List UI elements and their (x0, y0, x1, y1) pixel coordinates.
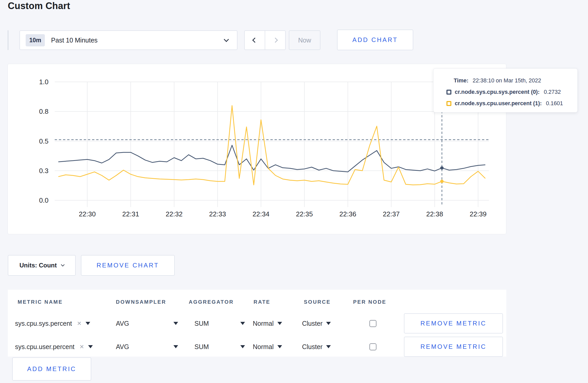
tooltip-user-value: 0.1601 (546, 100, 563, 107)
source-value: Cluster (302, 320, 323, 327)
metrics-table: METRIC NAME DOWNSAMPLER AGGREGATOR RATE … (8, 290, 506, 357)
chart-tooltip: Time: 22:38:10 on Mar 15th, 2022 cr.node… (433, 68, 578, 112)
metric-name-select[interactable]: sys.cpu.sys.percent × (15, 312, 90, 335)
svg-text:22:31: 22:31 (122, 210, 139, 218)
tooltip-user-name: cr.node.sys.cpu.user.percent (1): (455, 100, 542, 107)
cpu-line-chart[interactable]: 0.00.30.50.81.022:3022:3122:3222:3322:34… (8, 64, 507, 235)
page-title: Custom Chart (8, 1, 70, 11)
col-header-metric-name: METRIC NAME (18, 299, 63, 305)
metric-row: sys.cpu.sys.percent × AVG SUM Normal Clu… (8, 312, 506, 335)
svg-text:22:34: 22:34 (253, 210, 269, 218)
metric-name-value: sys.cpu.sys.percent (15, 320, 72, 327)
col-header-per-node: PER NODE (353, 299, 386, 305)
dropdown-arrow-icon (173, 322, 178, 325)
tooltip-series-row: cr.node.sys.cpu.sys.percent (0): 0.2732 (446, 86, 577, 98)
source-select[interactable]: Cluster (302, 335, 331, 358)
col-header-rate: RATE (254, 299, 270, 305)
tooltip-sys-value: 0.2732 (544, 89, 561, 95)
svg-text:22:38: 22:38 (426, 210, 443, 218)
rate-select[interactable]: Normal (253, 312, 282, 335)
col-header-source: SOURCE (304, 299, 331, 305)
col-header-downsampler: DOWNSAMPLER (116, 299, 166, 305)
clear-metric-icon[interactable]: × (80, 343, 84, 350)
time-range-label: Past 10 Minutes (51, 37, 97, 44)
tooltip-series-row: cr.node.sys.cpu.user.percent (1): 0.1601 (446, 98, 577, 109)
remove-metric-button[interactable]: REMOVE METRIC (404, 313, 503, 334)
dropdown-arrow-icon (277, 322, 282, 325)
svg-text:22:39: 22:39 (470, 210, 487, 218)
dropdown-arrow-icon (326, 322, 331, 325)
chart-card: 0.00.30.50.81.022:3022:3122:3222:3322:34… (8, 64, 506, 234)
aggregator-select[interactable]: SUM (194, 335, 245, 358)
aggregator-value: SUM (194, 320, 209, 327)
tooltip-time-row: Time: 22:38:10 on Mar 15th, 2022 (446, 75, 577, 86)
dropdown-arrow-icon (88, 345, 93, 348)
rate-select[interactable]: Normal (253, 335, 282, 358)
toolbar-divider (8, 30, 8, 50)
units-label: Units: Count (19, 262, 57, 269)
time-nav-group (244, 30, 286, 50)
time-range-badge: 10m (26, 34, 45, 46)
chevron-left-icon (252, 38, 257, 43)
svg-text:22:36: 22:36 (339, 210, 356, 218)
svg-text:22:35: 22:35 (296, 210, 313, 218)
remove-chart-button[interactable]: REMOVE CHART (81, 255, 175, 276)
clear-metric-icon[interactable]: × (77, 320, 81, 327)
dropdown-arrow-icon (86, 322, 90, 325)
time-forward-button[interactable] (265, 31, 285, 49)
add-metric-button[interactable]: ADD METRIC (12, 357, 91, 381)
time-range-dropdown[interactable]: 10m Past 10 Minutes (19, 30, 237, 50)
dropdown-arrow-icon (240, 345, 245, 348)
chevron-down-icon (224, 37, 229, 42)
metric-name-value: sys.cpu.user.percent (15, 343, 74, 351)
downsampler-select[interactable]: AVG (116, 312, 178, 335)
svg-text:22:32: 22:32 (166, 210, 183, 218)
svg-text:22:30: 22:30 (79, 210, 96, 218)
add-chart-button[interactable]: ADD CHART (337, 30, 413, 50)
now-button[interactable]: Now (289, 30, 320, 50)
aggregator-select[interactable]: SUM (194, 312, 245, 335)
chevron-down-icon (61, 263, 65, 266)
dropdown-arrow-icon (173, 345, 178, 348)
downsampler-select[interactable]: AVG (116, 335, 178, 358)
svg-text:22:33: 22:33 (209, 210, 226, 218)
dropdown-arrow-icon (326, 345, 331, 348)
dropdown-arrow-icon (277, 345, 282, 348)
chevron-right-icon (273, 38, 278, 43)
source-select[interactable]: Cluster (302, 312, 331, 335)
col-header-aggregator: AGGREGATOR (189, 299, 234, 305)
units-dropdown[interactable]: Units: Count (8, 255, 76, 276)
sys-series-swatch-icon (446, 90, 451, 95)
rate-value: Normal (253, 343, 274, 351)
downsampler-value: AVG (116, 320, 129, 327)
svg-text:0.5: 0.5 (39, 137, 48, 145)
metric-name-select[interactable]: sys.cpu.user.percent × (15, 335, 93, 358)
per-node-checkbox[interactable] (369, 343, 376, 350)
aggregator-value: SUM (194, 343, 209, 351)
svg-text:22:37: 22:37 (383, 210, 400, 218)
time-back-button[interactable] (245, 31, 265, 49)
tooltip-sys-name: cr.node.sys.cpu.sys.percent (0): (455, 89, 540, 95)
svg-text:0.0: 0.0 (39, 196, 48, 204)
metrics-table-header: METRIC NAME DOWNSAMPLER AGGREGATOR RATE … (8, 297, 506, 308)
svg-text:1.0: 1.0 (39, 78, 48, 86)
metric-row: sys.cpu.user.percent × AVG SUM Normal Cl… (8, 335, 506, 358)
dropdown-arrow-icon (240, 322, 245, 325)
source-value: Cluster (302, 343, 323, 351)
svg-text:0.8: 0.8 (39, 108, 48, 115)
per-node-checkbox[interactable] (369, 320, 376, 327)
downsampler-value: AVG (116, 343, 129, 351)
tooltip-time-label: Time: (454, 77, 468, 84)
user-series-swatch-icon (446, 101, 451, 106)
remove-metric-button[interactable]: REMOVE METRIC (404, 337, 503, 357)
tooltip-time-value: 22:38:10 on Mar 15th, 2022 (473, 77, 541, 84)
svg-text:0.3: 0.3 (39, 167, 48, 175)
rate-value: Normal (253, 320, 274, 327)
